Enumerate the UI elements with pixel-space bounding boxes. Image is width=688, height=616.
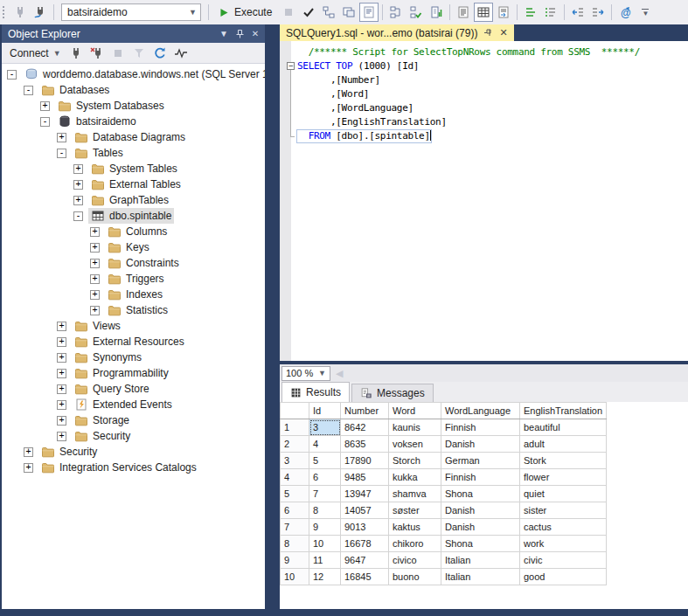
execute-button[interactable]: Execute <box>212 3 278 22</box>
grid-cell[interactable]: civic <box>520 552 607 569</box>
grid-cell[interactable]: civico <box>389 552 441 569</box>
grid-cell[interactable]: 8642 <box>341 419 389 436</box>
expand-icon[interactable]: + <box>57 416 66 426</box>
code-line[interactable]: ,[Word] <box>297 87 640 101</box>
code-line[interactable]: ,[Number] <box>297 73 640 87</box>
pin-icon[interactable] <box>232 26 247 41</box>
grid-cell[interactable]: søster <box>389 502 441 519</box>
tree-item-databases[interactable]: -Databases <box>2 82 265 98</box>
comment-icon[interactable] <box>521 3 540 22</box>
expand-icon[interactable]: + <box>57 133 66 142</box>
tree-item-external-tables[interactable]: +External Tables <box>2 176 265 192</box>
grid-cell[interactable]: 7 <box>309 486 341 502</box>
results-to-file-icon[interactable] <box>494 3 513 22</box>
database-combobox[interactable]: batsiraidemo ▼ <box>61 3 201 21</box>
pin-icon[interactable] <box>483 28 493 38</box>
grid-cell[interactable]: German <box>441 453 520 469</box>
row-header[interactable]: 6 <box>281 502 309 519</box>
grid-cell[interactable]: work <box>520 536 607 552</box>
grid-cell[interactable]: kukka <box>389 469 441 486</box>
code-line[interactable]: /****** Script for SelectTopNRows comman… <box>297 45 640 59</box>
grid-cell[interactable]: 16678 <box>341 536 389 552</box>
tree-item-tables[interactable]: -Tables <box>2 145 265 161</box>
tree-item-security[interactable]: +Security <box>2 428 265 444</box>
expand-icon[interactable]: + <box>73 164 83 174</box>
tree-item-graphtables[interactable]: +GraphTables <box>2 192 265 208</box>
grid-cell[interactable]: Danish <box>441 519 520 536</box>
sql-editor[interactable]: − /****** Script for SelectTopNRows comm… <box>280 41 688 361</box>
grid-cell[interactable]: voksen <box>389 436 441 453</box>
row-header[interactable]: 7 <box>281 519 309 536</box>
grid-cell[interactable]: kaktus <box>389 519 441 536</box>
estimated-plan-icon[interactable] <box>319 3 338 22</box>
collapse-icon[interactable]: - <box>7 70 17 80</box>
query-options-icon[interactable] <box>339 3 358 22</box>
code-line[interactable]: ,[WordLanguage] <box>297 101 640 115</box>
grid-cell[interactable]: beautiful <box>520 419 607 436</box>
tree-item-programmability[interactable]: +Programmability <box>2 365 265 381</box>
code-line[interactable]: ,[EnglishTranslation] <box>297 115 640 129</box>
expand-icon[interactable]: + <box>90 274 100 284</box>
tree-item-worddemo-database-windows-net-sql-server-12-0[interactable]: -worddemo.database.windows.net (SQL Serv… <box>2 66 265 82</box>
fold-collapse-icon[interactable]: − <box>287 62 295 70</box>
grid-cell[interactable]: 9013 <box>341 519 389 536</box>
expand-icon[interactable]: + <box>40 101 50 111</box>
actual-plan-icon[interactable] <box>386 3 406 22</box>
parse-check-icon[interactable] <box>299 3 318 22</box>
close-icon[interactable]: ✕ <box>247 26 263 41</box>
toolbar-overflow-icon[interactable]: ▼ <box>639 9 651 16</box>
grid-cell[interactable]: 12 <box>309 569 341 585</box>
grid-cell[interactable]: quiet <box>520 486 607 502</box>
stop-button[interactable] <box>279 3 298 22</box>
uncomment-icon[interactable] <box>541 3 560 22</box>
live-query-stats-icon[interactable] <box>407 3 426 22</box>
collapse-icon[interactable]: - <box>57 149 66 158</box>
collapse-icon[interactable]: - <box>24 86 33 95</box>
tab-messages[interactable]: Messages <box>351 384 434 402</box>
results-to-text-icon[interactable] <box>454 3 473 22</box>
row-header[interactable]: 10 <box>281 569 309 585</box>
stop-icon[interactable] <box>109 45 128 62</box>
tree-item-database-diagrams[interactable]: +Database Diagrams <box>2 129 265 145</box>
expand-icon[interactable]: + <box>24 447 33 457</box>
refresh-icon[interactable] <box>151 45 170 62</box>
row-header[interactable]: 3 <box>281 453 309 469</box>
hscroll-left-icon[interactable]: ◀ <box>336 368 343 379</box>
grid-cell[interactable]: 9485 <box>341 469 389 486</box>
grid-cell[interactable]: Italian <box>441 569 520 585</box>
expand-icon[interactable]: + <box>57 432 66 441</box>
grid-cell[interactable]: 8635 <box>341 436 389 453</box>
disconnect-icon[interactable] <box>88 45 107 62</box>
column-header-word[interactable]: Word <box>389 403 441 419</box>
grid-cell[interactable]: adult <box>520 436 607 453</box>
tree-item-constraints[interactable]: +Constraints <box>2 255 265 271</box>
grid-cell[interactable]: flower <box>520 469 607 486</box>
grid-cell[interactable]: 5 <box>309 453 341 469</box>
grid-cell[interactable]: Danish <box>441 436 520 453</box>
tab-results[interactable]: Results <box>281 382 350 402</box>
tree-item-security[interactable]: +Security <box>2 444 265 460</box>
expand-icon[interactable]: + <box>90 227 100 237</box>
expand-icon[interactable]: + <box>57 400 66 410</box>
tree-item-integration-services-catalogs[interactable]: +Integration Services Catalogs <box>2 460 265 475</box>
column-header-wordlanguage[interactable]: WordLanguage <box>441 403 520 419</box>
connection-icon[interactable] <box>10 3 30 22</box>
row-header[interactable]: 1 <box>281 419 309 436</box>
collapse-icon[interactable]: - <box>40 117 50 127</box>
grid-cell[interactable]: Shona <box>441 486 520 502</box>
chevron-down-icon[interactable]: ▼ <box>189 8 197 17</box>
grid-cell[interactable]: 3 <box>309 419 341 436</box>
grid-cell[interactable]: 9647 <box>341 552 389 569</box>
row-header[interactable]: 4 <box>281 469 309 486</box>
code-line[interactable]: SELECT TOP (1000) [Id] <box>297 59 640 73</box>
grid-cell[interactable]: Shona <box>441 536 520 552</box>
connect-plug-icon[interactable] <box>67 45 86 62</box>
grid-cell[interactable]: sister <box>520 502 607 519</box>
column-header-englishtranslation[interactable]: EnglishTranslation <box>520 403 607 419</box>
row-header[interactable]: 2 <box>281 436 309 453</box>
collapse-icon[interactable]: - <box>73 211 83 221</box>
tree-item-storage[interactable]: +Storage <box>2 412 265 428</box>
tree-item-statistics[interactable]: +Statistics <box>2 302 265 318</box>
grid-cell[interactable]: kaunis <box>389 419 441 436</box>
tree-item-triggers[interactable]: +Triggers <box>2 271 265 287</box>
